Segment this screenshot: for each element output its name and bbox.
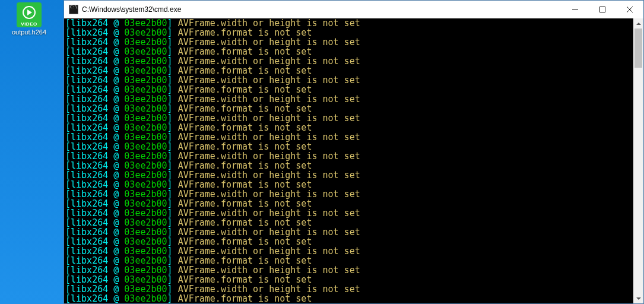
console-line: [libx264 @ 03ee2b00] AVFrame.width or he… — [65, 189, 633, 199]
console-line: [libx264 @ 03ee2b00] AVFrame.format is n… — [65, 237, 633, 246]
console-line: [libx264 @ 03ee2b00] AVFrame.format is n… — [65, 47, 633, 56]
desktop-file-label: output.h264 — [8, 28, 50, 36]
console-line: [libx264 @ 03ee2b00] AVFrame.width or he… — [65, 265, 633, 275]
console-area: [libx264 @ 03ee2b00] AVFrame.width or he… — [64, 18, 643, 303]
console-line: [libx264 @ 03ee2b00] AVFrame.format is n… — [65, 28, 633, 37]
console-line: [libx264 @ 03ee2b00] AVFrame.width or he… — [65, 113, 633, 123]
close-icon — [627, 7, 633, 12]
console-line: [libx264 @ 03ee2b00] AVFrame.format is n… — [65, 85, 633, 94]
window-controls — [561, 1, 643, 18]
scroll-up-button[interactable] — [633, 18, 643, 28]
console-line: [libx264 @ 03ee2b00] AVFrame.format is n… — [65, 104, 633, 113]
console-line: [libx264 @ 03ee2b00] AVFrame.width or he… — [65, 37, 633, 47]
console-line: [libx264 @ 03ee2b00] AVFrame.width or he… — [65, 284, 633, 294]
console-line: [libx264 @ 03ee2b00] AVFrame.width or he… — [65, 246, 633, 256]
cmd-window: C:\Windows\system32\cmd.exe [libx264 @ 0… — [64, 0, 644, 304]
scroll-down-button[interactable] — [633, 293, 643, 303]
cmd-icon — [69, 5, 78, 14]
console-line: [libx264 @ 03ee2b00] AVFrame.width or he… — [65, 208, 633, 218]
svg-rect-1 — [600, 7, 605, 12]
video-file-icon-badge: VIDEO — [17, 21, 42, 27]
console-line: [libx264 @ 03ee2b00] AVFrame.format is n… — [65, 294, 633, 303]
desktop-file-output-h264[interactable]: VIDEO output.h264 — [8, 2, 50, 36]
console-line: [libx264 @ 03ee2b00] AVFrame.width or he… — [65, 227, 633, 237]
close-button[interactable] — [616, 1, 643, 18]
console-line: [libx264 @ 03ee2b00] AVFrame.width or he… — [65, 151, 633, 161]
console-line: [libx264 @ 03ee2b00] AVFrame.format is n… — [65, 218, 633, 227]
console-line: [libx264 @ 03ee2b00] AVFrame.format is n… — [65, 180, 633, 189]
console-line: [libx264 @ 03ee2b00] AVFrame.width or he… — [65, 56, 633, 66]
maximize-icon — [599, 7, 605, 12]
minimize-icon — [572, 7, 578, 12]
vertical-scrollbar[interactable] — [633, 18, 643, 303]
console-line: [libx264 @ 03ee2b00] AVFrame.width or he… — [65, 75, 633, 85]
console-line: [libx264 @ 03ee2b00] AVFrame.format is n… — [65, 66, 633, 75]
console-line: [libx264 @ 03ee2b00] AVFrame.width or he… — [65, 94, 633, 104]
console-line: [libx264 @ 03ee2b00] AVFrame.width or he… — [65, 132, 633, 142]
minimize-button[interactable] — [561, 1, 589, 18]
titlebar[interactable]: C:\Windows\system32\cmd.exe — [64, 1, 643, 18]
maximize-button[interactable] — [589, 1, 616, 18]
scroll-thumb[interactable] — [635, 28, 642, 68]
console-line: [libx264 @ 03ee2b00] AVFrame.format is n… — [65, 123, 633, 132]
window-title: C:\Windows\system32\cmd.exe — [82, 5, 561, 14]
console-line: [libx264 @ 03ee2b00] AVFrame.width or he… — [65, 18, 633, 28]
console-line: [libx264 @ 03ee2b00] AVFrame.width or he… — [65, 170, 633, 180]
desktop: VIDEO output.h264 C:\Windows\system32\cm… — [0, 0, 644, 304]
console-line: [libx264 @ 03ee2b00] AVFrame.format is n… — [65, 142, 633, 151]
video-file-icon: VIDEO — [17, 2, 42, 27]
console-line: [libx264 @ 03ee2b00] AVFrame.format is n… — [65, 275, 633, 284]
console-output[interactable]: [libx264 @ 03ee2b00] AVFrame.width or he… — [64, 18, 633, 303]
console-line: [libx264 @ 03ee2b00] AVFrame.format is n… — [65, 256, 633, 265]
console-line: [libx264 @ 03ee2b00] AVFrame.format is n… — [65, 161, 633, 170]
console-line: [libx264 @ 03ee2b00] AVFrame.format is n… — [65, 199, 633, 208]
